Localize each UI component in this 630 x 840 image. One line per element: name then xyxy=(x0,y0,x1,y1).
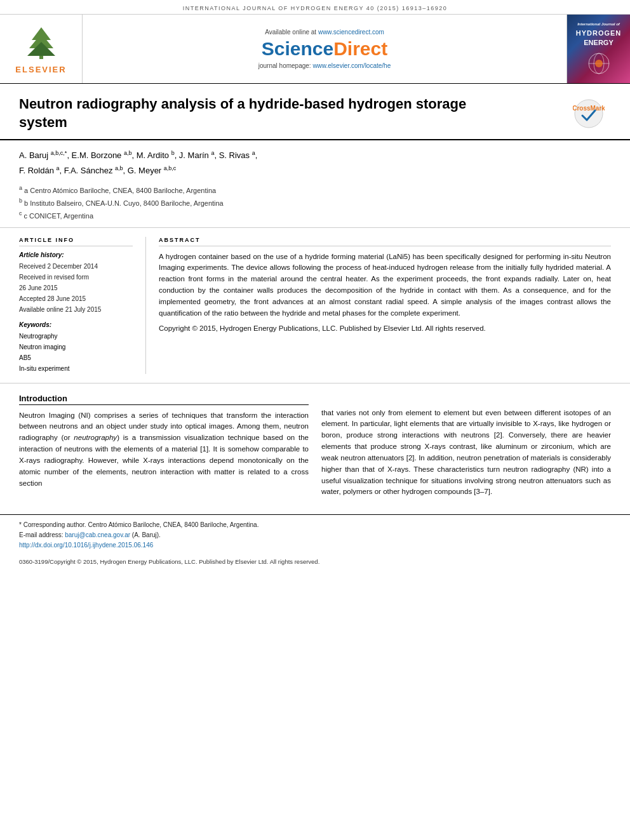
journal-cover-image: International Journal of HYDROGEN ENERGY xyxy=(566,15,630,83)
affiliations-block: a a Centro Atómico Bariloche, CNEA, 8400… xyxy=(19,183,611,222)
top-bar: ELSEVIER Available online at www.science… xyxy=(0,14,630,84)
elsevier-logo-block: ELSEVIER xyxy=(0,15,83,83)
svg-marker-3 xyxy=(27,42,55,56)
authors-area: A. Baruj a,b,c,*, E.M. Borzone a,b, M. A… xyxy=(0,140,630,227)
date-received: Received 2 December 2014 xyxy=(19,261,133,272)
introduction-left-text: Neutron Imaging (NI) comprises a series … xyxy=(19,410,309,490)
keywords-list: Neutrography Neutron imaging AB5 In-situ… xyxy=(19,331,133,374)
abstract-section-title: Abstract xyxy=(159,237,611,246)
elsevier-tree-icon xyxy=(19,24,64,62)
affiliation-a: a a Centro Atómico Bariloche, CNEA, 8400… xyxy=(19,183,611,196)
sciencedirect-brand: ScienceDirect xyxy=(262,38,387,60)
introduction-heading: Introduction xyxy=(19,394,309,405)
introduction-right-text: that varies not only from element to ele… xyxy=(321,408,611,498)
journal-homepage-url[interactable]: www.elsevier.com/locate/he xyxy=(312,62,391,69)
svg-point-8 xyxy=(575,100,603,128)
article-info-col: Article Info Article history: Received 2… xyxy=(19,237,146,374)
cover-decoration-icon xyxy=(583,51,615,76)
journal-homepage-text: journal homepage: www.elsevier.com/locat… xyxy=(258,62,391,69)
copyright-footer: 0360-3199/Copyright © 2015, Hydrogen Ene… xyxy=(0,556,630,569)
crossmark-block: CrossMark xyxy=(573,98,605,130)
email-link[interactable]: baruj@cab.cnea.gov.ar xyxy=(65,531,130,538)
doi-link: http://dx.doi.org/10.1016/j.ijhydene.201… xyxy=(19,540,611,550)
keyword-2: Neutron imaging xyxy=(19,342,133,352)
journal-header: International Journal of Hydrogen Energy… xyxy=(0,0,630,14)
affiliation-c: c c CONICET, Argentina xyxy=(19,209,611,222)
body-right-col: that varies not only from element to ele… xyxy=(321,394,611,498)
doi-url[interactable]: http://dx.doi.org/10.1016/j.ijhydene.201… xyxy=(19,542,153,549)
article-history-label: Article history: xyxy=(19,251,133,258)
svg-point-7 xyxy=(595,60,603,67)
date-online: Available online 21 July 2015 xyxy=(19,304,133,315)
sciencedirect-url[interactable]: www.sciencedirect.com xyxy=(318,29,384,36)
article-info-section-title: Article Info xyxy=(19,237,133,246)
authors-line1: A. Baruj a,b,c,*, E.M. Borzone a,b, M. A… xyxy=(19,148,611,163)
date-accepted: Accepted 28 June 2015 xyxy=(19,293,133,304)
footer-area: * Corresponding author. Centro Atómico B… xyxy=(0,514,630,556)
body-content: Introduction Neutron Imaging (NI) compri… xyxy=(0,383,630,509)
crossmark-icon: CrossMark xyxy=(573,98,605,130)
authors-line2: F. Roldán a, F.A. Sánchez a,b, G. Meyer … xyxy=(19,163,611,178)
svg-text:CrossMark: CrossMark xyxy=(573,105,605,112)
email-note: E-mail address: baruj@cab.cnea.gov.ar (A… xyxy=(19,530,611,540)
sciencedirect-block: Available online at www.sciencedirect.co… xyxy=(83,15,566,83)
keyword-3: AB5 xyxy=(19,352,133,363)
date-revised: 26 June 2015 xyxy=(19,283,133,293)
article-title-area: Neutron radiography analysis of a hydrid… xyxy=(0,84,630,140)
article-dates: Received 2 December 2014 Received in rev… xyxy=(19,261,133,315)
info-abstract-section: Article Info Article history: Received 2… xyxy=(0,228,630,383)
corresponding-author-note: * Corresponding author. Centro Atómico B… xyxy=(19,520,611,530)
keyword-4: In-situ experiment xyxy=(19,363,133,374)
abstract-col: Abstract A hydrogen container based on t… xyxy=(146,237,611,374)
keyword-1: Neutrography xyxy=(19,331,133,342)
affiliation-b: b b Instituto Balseiro, CNEA-U.N. Cuyo, … xyxy=(19,196,611,209)
body-left-col: Introduction Neutron Imaging (NI) compri… xyxy=(19,394,309,498)
keywords-label: Keywords: xyxy=(19,321,133,328)
elsevier-label: ELSEVIER xyxy=(15,65,66,74)
abstract-text: A hydrogen container based on the use of… xyxy=(159,251,611,335)
date-revised-label: Received in revised form xyxy=(19,272,133,283)
article-title: Neutron radiography analysis of a hydrid… xyxy=(19,95,514,131)
available-online-text: Available online at www.sciencedirect.co… xyxy=(265,29,384,36)
